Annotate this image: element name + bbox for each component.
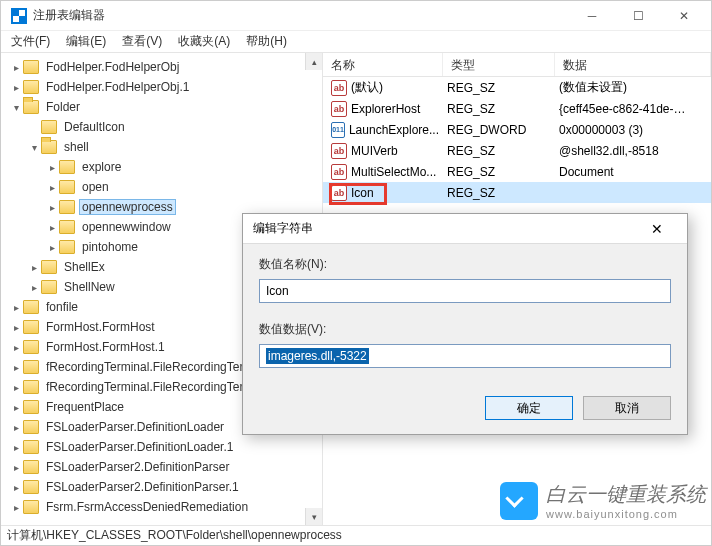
col-name[interactable]: 名称	[323, 53, 443, 76]
cancel-button[interactable]: 取消	[583, 396, 671, 420]
expand-icon[interactable]: ▸	[9, 482, 23, 493]
menu-help[interactable]: 帮助(H)	[238, 31, 295, 52]
tree-label: fonfile	[43, 299, 81, 315]
tree-item[interactable]: ▸explore	[43, 157, 322, 177]
expand-icon[interactable]: ▸	[9, 302, 23, 313]
string-value-icon	[331, 164, 347, 180]
tree-item[interactable]: ▸FodHelper.FodHelperObj	[7, 57, 322, 77]
list-row[interactable]: ExplorerHostREG_SZ{ceff45ee-c862-41de-…	[323, 98, 711, 119]
tree-label: FSLoaderParser.DefinitionLoader	[43, 419, 227, 435]
expand-icon[interactable]: ▸	[9, 442, 23, 453]
expand-icon[interactable]: ▸	[45, 222, 59, 233]
tree-item[interactable]: ▸FSLoaderParser2.DefinitionParser	[7, 457, 322, 477]
window-title: 注册表编辑器	[33, 7, 569, 24]
tree-label: FormHost.FormHost.1	[43, 339, 168, 355]
list-row[interactable]: (默认)REG_SZ(数值未设置)	[323, 77, 711, 98]
value-data: 0x00000003 (3)	[555, 123, 711, 137]
tree-label: opennewprocess	[79, 199, 176, 215]
folder-icon	[23, 360, 39, 374]
value-name: MultiSelectMo...	[351, 165, 436, 179]
folder-icon	[59, 240, 75, 254]
folder-icon	[41, 140, 57, 154]
value-name: LaunchExplore...	[349, 123, 439, 137]
tree-item[interactable]: ▸FSLoaderParser.DefinitionLoader.1	[7, 437, 322, 457]
tree-item[interactable]: DefaultIcon	[25, 117, 322, 137]
tree-item[interactable]: ▾shell	[25, 137, 322, 157]
expand-icon[interactable]: ▸	[9, 422, 23, 433]
folder-icon	[59, 200, 75, 214]
tree-item[interactable]: ▾Folder	[7, 97, 322, 117]
tree-label: explore	[79, 159, 124, 175]
expand-icon[interactable]: ▸	[9, 322, 23, 333]
menu-favorites[interactable]: 收藏夹(A)	[170, 31, 238, 52]
list-row[interactable]: MUIVerbREG_SZ@shell32.dll,-8518	[323, 140, 711, 161]
folder-icon	[23, 500, 39, 514]
folder-icon	[41, 260, 57, 274]
expand-icon[interactable]: ▸	[27, 282, 41, 293]
expand-icon[interactable]: ▸	[9, 402, 23, 413]
value-data-label: 数值数据(V):	[259, 321, 671, 338]
expand-icon[interactable]: ▸	[9, 342, 23, 353]
dialog-close-button[interactable]: ✕	[637, 221, 677, 237]
list-row[interactable]: IconREG_SZ	[323, 182, 711, 203]
app-icon	[11, 8, 27, 24]
edit-string-dialog: 编辑字符串 ✕ 数值名称(N): 数值数据(V): imageres.dll,-…	[242, 213, 688, 435]
list-row[interactable]: LaunchExplore...REG_DWORD0x00000003 (3)	[323, 119, 711, 140]
tree-item[interactable]: ▸open	[43, 177, 322, 197]
value-name: Icon	[351, 186, 374, 200]
string-value-icon	[331, 185, 347, 201]
minimize-button[interactable]: ─	[569, 1, 615, 31]
menu-view[interactable]: 查看(V)	[114, 31, 170, 52]
maximize-button[interactable]: ☐	[615, 1, 661, 31]
value-type: REG_SZ	[443, 81, 555, 95]
tree-label: open	[79, 179, 112, 195]
status-path: 计算机\HKEY_CLASSES_ROOT\Folder\shell\openn…	[7, 527, 342, 544]
tree-label: pintohome	[79, 239, 141, 255]
expand-icon[interactable]: ▸	[45, 242, 59, 253]
expand-icon[interactable]: ▸	[9, 62, 23, 73]
folder-icon	[59, 180, 75, 194]
tree-item[interactable]: ▸Fsrm.FsrmAccessDeniedRemediation	[7, 497, 322, 517]
expand-icon[interactable]: ▸	[27, 262, 41, 273]
value-name-label: 数值名称(N):	[259, 256, 671, 273]
tree-scroll-down[interactable]: ▾	[305, 508, 322, 525]
tree-label: ShellEx	[61, 259, 108, 275]
tree-item[interactable]: ▸FodHelper.FodHelperObj.1	[7, 77, 322, 97]
expand-icon[interactable]: ▸	[9, 362, 23, 373]
folder-icon	[23, 340, 39, 354]
watermark-brand: 白云一键重装系统	[546, 481, 706, 508]
watermark: 白云一键重装系统 www.baiyunxitong.com	[500, 481, 706, 520]
string-value-icon	[331, 80, 347, 96]
list-row[interactable]: MultiSelectMo...REG_SZDocument	[323, 161, 711, 182]
value-name: MUIVerb	[351, 144, 398, 158]
menu-file[interactable]: 文件(F)	[3, 31, 58, 52]
expand-icon[interactable]: ▸	[9, 382, 23, 393]
expand-icon[interactable]: ▸	[45, 202, 59, 213]
expand-icon[interactable]: ▸	[9, 502, 23, 513]
expand-icon[interactable]: ▸	[9, 82, 23, 93]
watermark-url: www.baiyunxitong.com	[546, 508, 706, 520]
value-name-input[interactable]	[259, 279, 671, 303]
folder-icon	[23, 100, 39, 114]
ok-button[interactable]: 确定	[485, 396, 573, 420]
expand-icon[interactable]: ▾	[9, 102, 23, 113]
col-data[interactable]: 数据	[555, 53, 711, 76]
expand-icon[interactable]: ▸	[9, 462, 23, 473]
expand-icon[interactable]: ▾	[27, 142, 41, 153]
value-name: (默认)	[351, 79, 383, 96]
menu-edit[interactable]: 编辑(E)	[58, 31, 114, 52]
value-type: REG_SZ	[443, 186, 555, 200]
tree-label: Folder	[43, 99, 83, 115]
expand-icon[interactable]: ▸	[45, 162, 59, 173]
expand-icon[interactable]: ▸	[45, 182, 59, 193]
tree-item[interactable]: ▸FSLoaderParser2.DefinitionParser.1	[7, 477, 322, 497]
value-data: @shell32.dll,-8518	[555, 144, 711, 158]
close-button[interactable]: ✕	[661, 1, 707, 31]
tree-label: FodHelper.FodHelperObj.1	[43, 79, 192, 95]
col-type[interactable]: 类型	[443, 53, 555, 76]
folder-icon	[59, 220, 75, 234]
value-data: Document	[555, 165, 711, 179]
tree-label: FodHelper.FodHelperObj	[43, 59, 182, 75]
folder-icon	[41, 280, 57, 294]
value-data-input[interactable]	[259, 344, 671, 368]
